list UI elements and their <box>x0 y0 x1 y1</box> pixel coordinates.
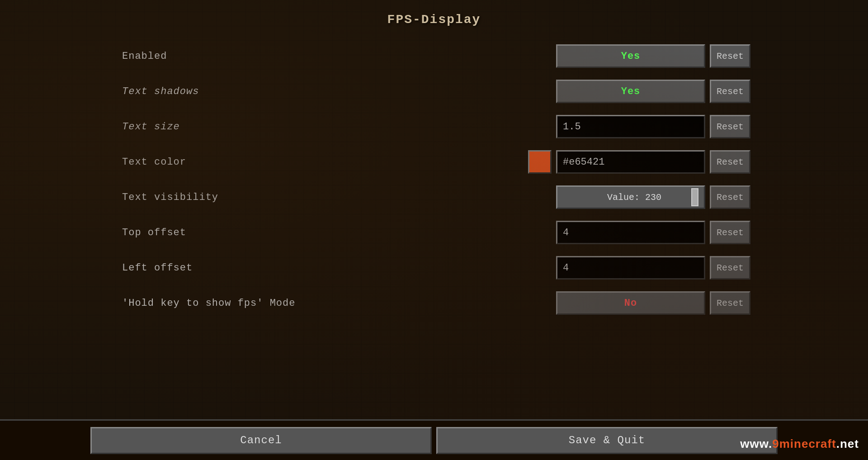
toggle-hold-key[interactable]: No <box>556 291 705 315</box>
setting-row-left-offset: Left offset Reset <box>118 252 750 284</box>
reset-text-shadows[interactable]: Reset <box>710 80 750 103</box>
setting-row-text-shadows: Text shadows Yes Reset <box>118 76 750 107</box>
page-title: FPS-Display <box>0 0 868 36</box>
controls-text-size: Reset <box>556 115 750 138</box>
setting-row-text-visibility: Text visibility Value: 230 Reset <box>118 181 750 213</box>
controls-hold-key: No Reset <box>556 291 750 315</box>
slider-value-text: Value: 230 <box>557 192 704 203</box>
input-text-size[interactable] <box>556 115 705 138</box>
controls-enabled: Yes Reset <box>556 44 750 68</box>
input-text-color[interactable] <box>556 150 705 174</box>
controls-text-visibility: Value: 230 Reset <box>556 185 750 209</box>
color-swatch[interactable] <box>528 150 552 174</box>
reset-text-visibility[interactable]: Reset <box>710 185 750 209</box>
cancel-button[interactable]: Cancel <box>90 427 432 454</box>
reset-top-offset[interactable]: Reset <box>710 221 750 244</box>
input-top-offset[interactable] <box>556 221 705 244</box>
controls-text-shadows: Yes Reset <box>556 80 750 103</box>
slider-thumb-icon <box>691 188 698 206</box>
input-left-offset[interactable] <box>556 256 705 280</box>
reset-hold-key[interactable]: Reset <box>710 291 750 315</box>
label-enabled: Enabled <box>118 51 556 62</box>
controls-text-color: Reset <box>528 150 750 174</box>
reset-text-size[interactable]: Reset <box>710 115 750 138</box>
setting-row-hold-key: 'Hold key to show fps' Mode No Reset <box>118 287 750 319</box>
controls-top-offset: Reset <box>556 221 750 244</box>
watermark-brand: 9minecraft <box>772 437 836 451</box>
toggle-text-shadows[interactable]: Yes <box>556 80 705 103</box>
label-left-offset: Left offset <box>118 262 556 274</box>
controls-left-offset: Reset <box>556 256 750 280</box>
reset-enabled[interactable]: Reset <box>710 44 750 68</box>
toggle-enabled[interactable]: Yes <box>556 44 705 68</box>
setting-row-top-offset: Top offset Reset <box>118 217 750 248</box>
setting-row-text-color: Text color Reset <box>118 146 750 178</box>
bottom-bar: Cancel Save & Quit <box>0 419 868 460</box>
label-top-offset: Top offset <box>118 227 556 238</box>
label-text-color: Text color <box>118 156 528 168</box>
label-text-visibility: Text visibility <box>118 192 556 203</box>
label-text-size: Text size <box>118 121 556 133</box>
setting-row-enabled: Enabled Yes Reset <box>118 40 750 72</box>
slider-text-visibility[interactable]: Value: 230 <box>556 185 705 209</box>
save-quit-button[interactable]: Save & Quit <box>436 427 778 454</box>
label-text-shadows: Text shadows <box>118 86 556 97</box>
settings-container: Enabled Yes Reset Text shadows Yes Reset… <box>118 36 750 327</box>
reset-left-offset[interactable]: Reset <box>710 256 750 280</box>
watermark: www.9minecraft.net <box>740 437 859 451</box>
reset-text-color[interactable]: Reset <box>710 150 750 174</box>
watermark-suffix: .net <box>836 437 859 451</box>
bottom-buttons: Cancel Save & Quit <box>0 427 868 454</box>
setting-row-text-size: Text size Reset <box>118 111 750 142</box>
label-hold-key: 'Hold key to show fps' Mode <box>118 298 556 309</box>
watermark-prefix: www. <box>740 437 772 451</box>
